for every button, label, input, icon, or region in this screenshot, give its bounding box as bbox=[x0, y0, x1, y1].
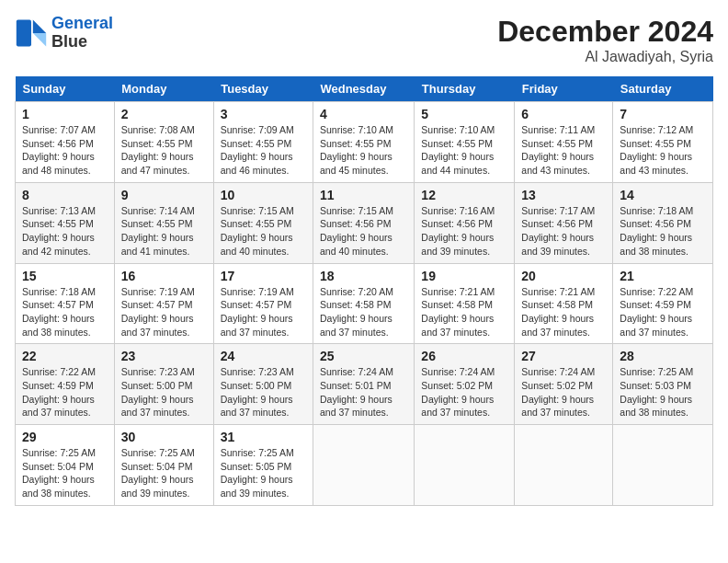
day-info: Sunrise: 7:22 AMSunset: 4:59 PMDaylight:… bbox=[22, 366, 96, 418]
location-subtitle: Al Jawadiyah, Syria bbox=[497, 49, 713, 65]
calendar-table: SundayMondayTuesdayWednesdayThursdayFrid… bbox=[15, 76, 713, 506]
day-cell-26: 26Sunrise: 7:24 AMSunset: 5:02 PMDayligh… bbox=[415, 344, 515, 425]
header-day-monday: Monday bbox=[114, 76, 213, 102]
day-cell-18: 18Sunrise: 7:20 AMSunset: 4:58 PMDayligh… bbox=[313, 263, 414, 344]
day-info: Sunrise: 7:25 AMSunset: 5:04 PMDaylight:… bbox=[22, 447, 96, 499]
empty-cell bbox=[515, 425, 613, 506]
day-number: 17 bbox=[221, 269, 306, 283]
day-cell-17: 17Sunrise: 7:19 AMSunset: 4:57 PMDayligh… bbox=[213, 263, 313, 344]
day-cell-13: 13Sunrise: 7:17 AMSunset: 4:56 PMDayligh… bbox=[515, 182, 613, 263]
day-info: Sunrise: 7:19 AMSunset: 4:57 PMDaylight:… bbox=[221, 286, 294, 338]
day-number: 21 bbox=[620, 269, 706, 283]
day-info: Sunrise: 7:12 AMSunset: 4:55 PMDaylight:… bbox=[620, 124, 693, 176]
day-cell-31: 31Sunrise: 7:25 AMSunset: 5:05 PMDayligh… bbox=[213, 425, 313, 506]
page-header: General Blue December 2024 Al Jawadiyah,… bbox=[15, 15, 713, 65]
day-number: 29 bbox=[22, 430, 108, 444]
day-info: Sunrise: 7:08 AMSunset: 4:55 PMDaylight:… bbox=[121, 124, 195, 176]
day-cell-6: 6Sunrise: 7:11 AMSunset: 4:55 PMDaylight… bbox=[515, 102, 613, 183]
day-info: Sunrise: 7:23 AMSunset: 5:00 PMDaylight:… bbox=[221, 366, 294, 418]
header-row: SundayMondayTuesdayWednesdayThursdayFrid… bbox=[16, 76, 713, 102]
day-cell-25: 25Sunrise: 7:24 AMSunset: 5:01 PMDayligh… bbox=[313, 344, 414, 425]
day-info: Sunrise: 7:09 AMSunset: 4:55 PMDaylight:… bbox=[221, 124, 294, 176]
day-info: Sunrise: 7:24 AMSunset: 5:02 PMDaylight:… bbox=[521, 366, 595, 418]
empty-cell bbox=[415, 425, 515, 506]
day-cell-11: 11Sunrise: 7:15 AMSunset: 4:56 PMDayligh… bbox=[313, 182, 414, 263]
header-day-tuesday: Tuesday bbox=[213, 76, 313, 102]
logo: General Blue bbox=[15, 15, 113, 52]
day-cell-3: 3Sunrise: 7:09 AMSunset: 4:55 PMDaylight… bbox=[213, 102, 313, 183]
day-info: Sunrise: 7:25 AMSunset: 5:03 PMDaylight:… bbox=[620, 366, 693, 418]
day-info: Sunrise: 7:15 AMSunset: 4:56 PMDaylight:… bbox=[320, 205, 393, 257]
day-cell-29: 29Sunrise: 7:25 AMSunset: 5:04 PMDayligh… bbox=[16, 425, 115, 506]
week-row-1: 1Sunrise: 7:07 AMSunset: 4:56 PMDaylight… bbox=[16, 102, 713, 183]
day-number: 22 bbox=[22, 349, 108, 363]
day-number: 28 bbox=[620, 349, 706, 363]
header-day-friday: Friday bbox=[515, 76, 613, 102]
day-number: 15 bbox=[22, 269, 108, 283]
calendar-header: SundayMondayTuesdayWednesdayThursdayFrid… bbox=[16, 76, 713, 102]
day-number: 23 bbox=[121, 349, 207, 363]
day-cell-12: 12Sunrise: 7:16 AMSunset: 4:56 PMDayligh… bbox=[415, 182, 515, 263]
day-info: Sunrise: 7:17 AMSunset: 4:56 PMDaylight:… bbox=[521, 205, 595, 257]
day-number: 7 bbox=[620, 107, 706, 121]
day-cell-1: 1Sunrise: 7:07 AMSunset: 4:56 PMDaylight… bbox=[16, 102, 115, 183]
day-info: Sunrise: 7:20 AMSunset: 4:58 PMDaylight:… bbox=[320, 286, 393, 338]
day-number: 3 bbox=[221, 107, 306, 121]
empty-cell bbox=[613, 425, 713, 506]
day-number: 10 bbox=[221, 188, 306, 202]
day-cell-5: 5Sunrise: 7:10 AMSunset: 4:55 PMDaylight… bbox=[415, 102, 515, 183]
day-number: 4 bbox=[320, 107, 407, 121]
day-info: Sunrise: 7:23 AMSunset: 5:00 PMDaylight:… bbox=[121, 366, 195, 418]
day-info: Sunrise: 7:10 AMSunset: 4:55 PMDaylight:… bbox=[421, 124, 495, 176]
day-info: Sunrise: 7:19 AMSunset: 4:57 PMDaylight:… bbox=[121, 286, 195, 338]
day-info: Sunrise: 7:18 AMSunset: 4:57 PMDaylight:… bbox=[22, 286, 96, 338]
day-cell-10: 10Sunrise: 7:15 AMSunset: 4:55 PMDayligh… bbox=[213, 182, 313, 263]
day-cell-16: 16Sunrise: 7:19 AMSunset: 4:57 PMDayligh… bbox=[114, 263, 213, 344]
day-number: 30 bbox=[121, 430, 207, 444]
logo-icon bbox=[15, 17, 48, 50]
day-cell-7: 7Sunrise: 7:12 AMSunset: 4:55 PMDaylight… bbox=[613, 102, 713, 183]
day-number: 2 bbox=[121, 107, 207, 121]
day-cell-24: 24Sunrise: 7:23 AMSunset: 5:00 PMDayligh… bbox=[213, 344, 313, 425]
day-number: 25 bbox=[320, 349, 407, 363]
day-cell-22: 22Sunrise: 7:22 AMSunset: 4:59 PMDayligh… bbox=[16, 344, 115, 425]
day-number: 16 bbox=[121, 269, 207, 283]
day-number: 8 bbox=[22, 188, 108, 202]
day-cell-23: 23Sunrise: 7:23 AMSunset: 5:00 PMDayligh… bbox=[114, 344, 213, 425]
day-cell-15: 15Sunrise: 7:18 AMSunset: 4:57 PMDayligh… bbox=[16, 263, 115, 344]
day-info: Sunrise: 7:24 AMSunset: 5:01 PMDaylight:… bbox=[320, 366, 393, 418]
day-cell-27: 27Sunrise: 7:24 AMSunset: 5:02 PMDayligh… bbox=[515, 344, 613, 425]
day-info: Sunrise: 7:25 AMSunset: 5:05 PMDaylight:… bbox=[221, 447, 294, 499]
day-number: 1 bbox=[22, 107, 108, 121]
week-row-5: 29Sunrise: 7:25 AMSunset: 5:04 PMDayligh… bbox=[16, 425, 713, 506]
day-number: 31 bbox=[221, 430, 306, 444]
day-info: Sunrise: 7:15 AMSunset: 4:55 PMDaylight:… bbox=[221, 205, 294, 257]
day-number: 19 bbox=[421, 269, 507, 283]
week-row-4: 22Sunrise: 7:22 AMSunset: 4:59 PMDayligh… bbox=[16, 344, 713, 425]
day-info: Sunrise: 7:13 AMSunset: 4:55 PMDaylight:… bbox=[22, 205, 96, 257]
day-info: Sunrise: 7:16 AMSunset: 4:56 PMDaylight:… bbox=[421, 205, 495, 257]
day-cell-28: 28Sunrise: 7:25 AMSunset: 5:03 PMDayligh… bbox=[613, 344, 713, 425]
day-cell-19: 19Sunrise: 7:21 AMSunset: 4:58 PMDayligh… bbox=[415, 263, 515, 344]
day-number: 18 bbox=[320, 269, 407, 283]
day-cell-20: 20Sunrise: 7:21 AMSunset: 4:58 PMDayligh… bbox=[515, 263, 613, 344]
day-info: Sunrise: 7:07 AMSunset: 4:56 PMDaylight:… bbox=[22, 124, 96, 176]
svg-rect-3 bbox=[17, 19, 31, 46]
day-number: 12 bbox=[421, 188, 507, 202]
day-cell-21: 21Sunrise: 7:22 AMSunset: 4:59 PMDayligh… bbox=[613, 263, 713, 344]
month-title: December 2024 bbox=[497, 15, 713, 49]
day-number: 24 bbox=[221, 349, 306, 363]
title-block: December 2024 Al Jawadiyah, Syria bbox=[497, 15, 713, 65]
day-info: Sunrise: 7:14 AMSunset: 4:55 PMDaylight:… bbox=[121, 205, 195, 257]
day-number: 14 bbox=[620, 188, 706, 202]
day-info: Sunrise: 7:25 AMSunset: 5:04 PMDaylight:… bbox=[121, 447, 195, 499]
header-day-sunday: Sunday bbox=[16, 76, 115, 102]
header-day-saturday: Saturday bbox=[613, 76, 713, 102]
empty-cell bbox=[313, 425, 414, 506]
calendar-body: 1Sunrise: 7:07 AMSunset: 4:56 PMDaylight… bbox=[16, 102, 713, 506]
day-number: 13 bbox=[521, 188, 606, 202]
header-day-thursday: Thursday bbox=[415, 76, 515, 102]
day-info: Sunrise: 7:21 AMSunset: 4:58 PMDaylight:… bbox=[521, 286, 595, 338]
day-cell-30: 30Sunrise: 7:25 AMSunset: 5:04 PMDayligh… bbox=[114, 425, 213, 506]
day-info: Sunrise: 7:24 AMSunset: 5:02 PMDaylight:… bbox=[421, 366, 495, 418]
